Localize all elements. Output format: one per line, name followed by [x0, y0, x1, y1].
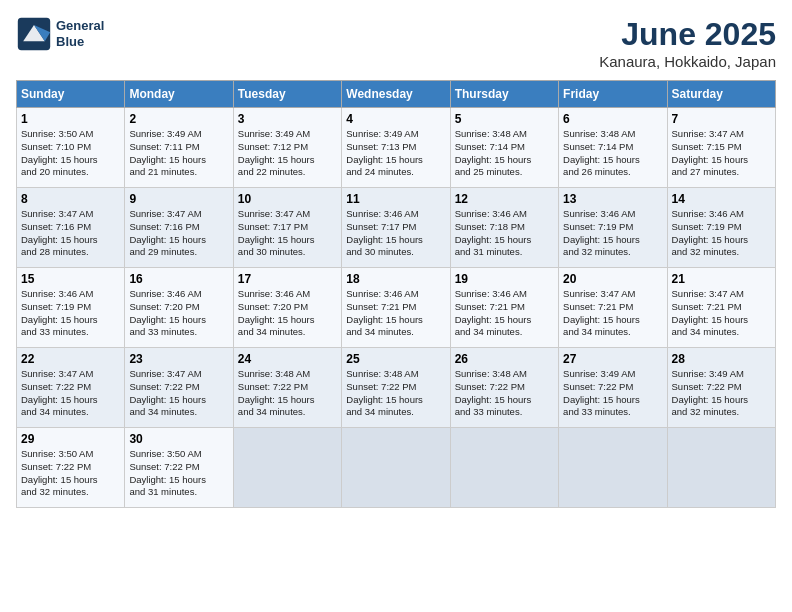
empty-cell	[450, 428, 558, 508]
day-info: Sunrise: 3:48 AM Sunset: 7:22 PM Dayligh…	[346, 368, 445, 419]
day-info: Sunrise: 3:50 AM Sunset: 7:10 PM Dayligh…	[21, 128, 120, 179]
day-cell: 27Sunrise: 3:49 AM Sunset: 7:22 PM Dayli…	[559, 348, 667, 428]
day-cell: 13Sunrise: 3:46 AM Sunset: 7:19 PM Dayli…	[559, 188, 667, 268]
day-number: 25	[346, 352, 445, 366]
logo: General Blue	[16, 16, 104, 52]
day-cell: 30Sunrise: 3:50 AM Sunset: 7:22 PM Dayli…	[125, 428, 233, 508]
day-cell: 5Sunrise: 3:48 AM Sunset: 7:14 PM Daylig…	[450, 108, 558, 188]
day-cell: 19Sunrise: 3:46 AM Sunset: 7:21 PM Dayli…	[450, 268, 558, 348]
day-number: 29	[21, 432, 120, 446]
day-info: Sunrise: 3:50 AM Sunset: 7:22 PM Dayligh…	[129, 448, 228, 499]
title-area: June 2025 Kanaura, Hokkaido, Japan	[599, 16, 776, 70]
day-info: Sunrise: 3:47 AM Sunset: 7:16 PM Dayligh…	[129, 208, 228, 259]
day-cell: 23Sunrise: 3:47 AM Sunset: 7:22 PM Dayli…	[125, 348, 233, 428]
day-cell: 22Sunrise: 3:47 AM Sunset: 7:22 PM Dayli…	[17, 348, 125, 428]
day-info: Sunrise: 3:46 AM Sunset: 7:17 PM Dayligh…	[346, 208, 445, 259]
day-info: Sunrise: 3:47 AM Sunset: 7:22 PM Dayligh…	[129, 368, 228, 419]
col-header-tuesday: Tuesday	[233, 81, 341, 108]
day-number: 21	[672, 272, 771, 286]
day-cell: 1Sunrise: 3:50 AM Sunset: 7:10 PM Daylig…	[17, 108, 125, 188]
day-cell: 8Sunrise: 3:47 AM Sunset: 7:16 PM Daylig…	[17, 188, 125, 268]
day-info: Sunrise: 3:49 AM Sunset: 7:13 PM Dayligh…	[346, 128, 445, 179]
header-row: SundayMondayTuesdayWednesdayThursdayFrid…	[17, 81, 776, 108]
day-cell: 3Sunrise: 3:49 AM Sunset: 7:12 PM Daylig…	[233, 108, 341, 188]
col-header-saturday: Saturday	[667, 81, 775, 108]
day-cell: 4Sunrise: 3:49 AM Sunset: 7:13 PM Daylig…	[342, 108, 450, 188]
day-number: 19	[455, 272, 554, 286]
day-cell: 12Sunrise: 3:46 AM Sunset: 7:18 PM Dayli…	[450, 188, 558, 268]
day-cell: 7Sunrise: 3:47 AM Sunset: 7:15 PM Daylig…	[667, 108, 775, 188]
day-cell: 16Sunrise: 3:46 AM Sunset: 7:20 PM Dayli…	[125, 268, 233, 348]
day-number: 14	[672, 192, 771, 206]
day-number: 10	[238, 192, 337, 206]
day-info: Sunrise: 3:46 AM Sunset: 7:19 PM Dayligh…	[563, 208, 662, 259]
day-number: 27	[563, 352, 662, 366]
day-info: Sunrise: 3:49 AM Sunset: 7:22 PM Dayligh…	[672, 368, 771, 419]
header: General Blue June 2025 Kanaura, Hokkaido…	[16, 16, 776, 70]
logo-line1: General	[56, 18, 104, 33]
col-header-friday: Friday	[559, 81, 667, 108]
day-number: 26	[455, 352, 554, 366]
day-info: Sunrise: 3:47 AM Sunset: 7:21 PM Dayligh…	[563, 288, 662, 339]
day-info: Sunrise: 3:49 AM Sunset: 7:12 PM Dayligh…	[238, 128, 337, 179]
calendar-row: 8Sunrise: 3:47 AM Sunset: 7:16 PM Daylig…	[17, 188, 776, 268]
month-title: June 2025	[599, 16, 776, 53]
day-number: 16	[129, 272, 228, 286]
day-number: 7	[672, 112, 771, 126]
empty-cell	[667, 428, 775, 508]
col-header-wednesday: Wednesday	[342, 81, 450, 108]
day-number: 15	[21, 272, 120, 286]
day-info: Sunrise: 3:46 AM Sunset: 7:19 PM Dayligh…	[672, 208, 771, 259]
day-number: 24	[238, 352, 337, 366]
day-info: Sunrise: 3:47 AM Sunset: 7:15 PM Dayligh…	[672, 128, 771, 179]
day-info: Sunrise: 3:47 AM Sunset: 7:17 PM Dayligh…	[238, 208, 337, 259]
col-header-sunday: Sunday	[17, 81, 125, 108]
day-info: Sunrise: 3:48 AM Sunset: 7:22 PM Dayligh…	[455, 368, 554, 419]
day-info: Sunrise: 3:47 AM Sunset: 7:16 PM Dayligh…	[21, 208, 120, 259]
day-info: Sunrise: 3:48 AM Sunset: 7:14 PM Dayligh…	[563, 128, 662, 179]
day-number: 18	[346, 272, 445, 286]
col-header-monday: Monday	[125, 81, 233, 108]
day-cell: 21Sunrise: 3:47 AM Sunset: 7:21 PM Dayli…	[667, 268, 775, 348]
logo-line2: Blue	[56, 34, 84, 49]
day-info: Sunrise: 3:46 AM Sunset: 7:18 PM Dayligh…	[455, 208, 554, 259]
day-info: Sunrise: 3:47 AM Sunset: 7:22 PM Dayligh…	[21, 368, 120, 419]
day-info: Sunrise: 3:46 AM Sunset: 7:20 PM Dayligh…	[238, 288, 337, 339]
day-cell: 25Sunrise: 3:48 AM Sunset: 7:22 PM Dayli…	[342, 348, 450, 428]
day-number: 9	[129, 192, 228, 206]
day-number: 22	[21, 352, 120, 366]
day-number: 3	[238, 112, 337, 126]
day-cell: 2Sunrise: 3:49 AM Sunset: 7:11 PM Daylig…	[125, 108, 233, 188]
day-cell: 29Sunrise: 3:50 AM Sunset: 7:22 PM Dayli…	[17, 428, 125, 508]
logo-text: General Blue	[56, 18, 104, 49]
location-title: Kanaura, Hokkaido, Japan	[599, 53, 776, 70]
day-cell: 26Sunrise: 3:48 AM Sunset: 7:22 PM Dayli…	[450, 348, 558, 428]
day-cell: 20Sunrise: 3:47 AM Sunset: 7:21 PM Dayli…	[559, 268, 667, 348]
day-cell: 11Sunrise: 3:46 AM Sunset: 7:17 PM Dayli…	[342, 188, 450, 268]
calendar-row: 22Sunrise: 3:47 AM Sunset: 7:22 PM Dayli…	[17, 348, 776, 428]
day-info: Sunrise: 3:49 AM Sunset: 7:11 PM Dayligh…	[129, 128, 228, 179]
day-number: 20	[563, 272, 662, 286]
day-number: 1	[21, 112, 120, 126]
day-number: 8	[21, 192, 120, 206]
day-number: 11	[346, 192, 445, 206]
empty-cell	[559, 428, 667, 508]
day-cell: 14Sunrise: 3:46 AM Sunset: 7:19 PM Dayli…	[667, 188, 775, 268]
day-number: 4	[346, 112, 445, 126]
calendar-row: 15Sunrise: 3:46 AM Sunset: 7:19 PM Dayli…	[17, 268, 776, 348]
day-info: Sunrise: 3:49 AM Sunset: 7:22 PM Dayligh…	[563, 368, 662, 419]
calendar-row: 1Sunrise: 3:50 AM Sunset: 7:10 PM Daylig…	[17, 108, 776, 188]
day-info: Sunrise: 3:48 AM Sunset: 7:22 PM Dayligh…	[238, 368, 337, 419]
day-cell: 24Sunrise: 3:48 AM Sunset: 7:22 PM Dayli…	[233, 348, 341, 428]
day-number: 23	[129, 352, 228, 366]
day-cell: 28Sunrise: 3:49 AM Sunset: 7:22 PM Dayli…	[667, 348, 775, 428]
day-info: Sunrise: 3:46 AM Sunset: 7:21 PM Dayligh…	[455, 288, 554, 339]
day-cell: 18Sunrise: 3:46 AM Sunset: 7:21 PM Dayli…	[342, 268, 450, 348]
day-info: Sunrise: 3:46 AM Sunset: 7:20 PM Dayligh…	[129, 288, 228, 339]
day-number: 17	[238, 272, 337, 286]
day-info: Sunrise: 3:50 AM Sunset: 7:22 PM Dayligh…	[21, 448, 120, 499]
logo-icon	[16, 16, 52, 52]
day-info: Sunrise: 3:46 AM Sunset: 7:21 PM Dayligh…	[346, 288, 445, 339]
day-info: Sunrise: 3:48 AM Sunset: 7:14 PM Dayligh…	[455, 128, 554, 179]
day-cell: 9Sunrise: 3:47 AM Sunset: 7:16 PM Daylig…	[125, 188, 233, 268]
